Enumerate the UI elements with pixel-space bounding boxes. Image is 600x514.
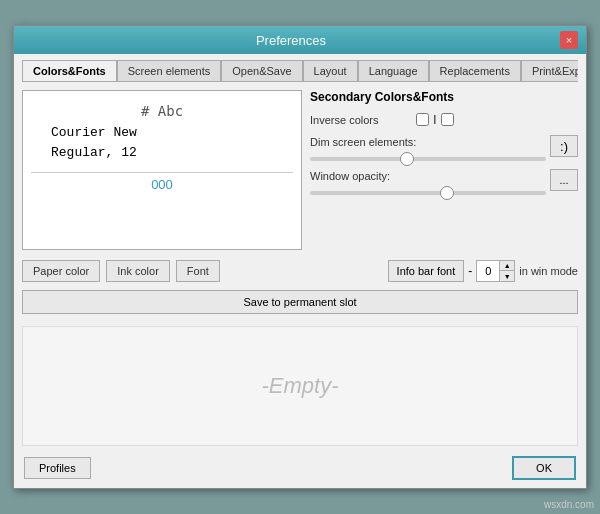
opacity-group: Window opacity:: [310, 169, 546, 195]
tab-language[interactable]: Language: [358, 60, 429, 81]
dim-screen-group: Dim screen elements:: [310, 135, 546, 161]
tab-layout[interactable]: Layout: [303, 60, 358, 81]
preview-divider: [31, 172, 293, 173]
close-button[interactable]: ×: [560, 31, 578, 49]
dash-separator: -: [468, 264, 472, 278]
tab-colors-fonts[interactable]: Colors&Fonts: [22, 60, 117, 82]
title-bar: Preferences ×: [14, 26, 586, 54]
right-panel: Secondary Colors&Fonts Inverse colors I …: [310, 90, 578, 250]
font-button[interactable]: Font: [176, 260, 220, 282]
spinbox: ▲ ▼: [476, 260, 515, 282]
spinbox-input[interactable]: [477, 265, 499, 277]
inverse-colors-label: Inverse colors: [310, 114, 410, 126]
tab-open-save[interactable]: Open&Save: [221, 60, 302, 81]
spinbox-up[interactable]: ▲: [500, 261, 514, 271]
opacity-slider-track: [310, 191, 546, 195]
tab-print-export[interactable]: Print&Export: [521, 60, 578, 81]
spinbox-arrows: ▲ ▼: [499, 261, 514, 281]
dim-slider-track: [310, 157, 546, 161]
smiley-button[interactable]: :): [550, 135, 578, 157]
ink-color-button[interactable]: Ink color: [106, 260, 170, 282]
empty-area: -Empty-: [22, 326, 578, 446]
profiles-button[interactable]: Profiles: [24, 457, 91, 479]
inverse-colors-checkbox1[interactable]: [416, 113, 429, 126]
ok-button[interactable]: OK: [512, 456, 576, 480]
inverse-colors-checkbox2[interactable]: [441, 113, 454, 126]
buttons-row: Paper color Ink color Font Info bar font…: [22, 260, 578, 282]
window-opacity-label: Window opacity:: [310, 170, 390, 182]
info-bar-group: Info bar font - ▲ ▼ in win mode: [388, 260, 578, 282]
paper-color-button[interactable]: Paper color: [22, 260, 100, 282]
preview-font-name: Courier New Regular, 12: [51, 123, 137, 162]
tab-bar: Colors&Fonts Screen elements Open&Save L…: [22, 60, 578, 82]
save-to-slot-button[interactable]: Save to permanent slot: [22, 290, 578, 314]
info-bar-font-button[interactable]: Info bar font: [388, 260, 465, 282]
preview-hash-abc: # Abc: [141, 103, 183, 119]
window-opacity-row: Window opacity: ...: [310, 169, 578, 195]
pipe-separator: I: [433, 112, 437, 127]
dim-slider-thumb[interactable]: [400, 152, 414, 166]
tab-replacements[interactable]: Replacements: [429, 60, 521, 81]
preview-font-line1: Courier New: [51, 125, 137, 140]
bottom-bar: Profiles OK: [22, 456, 578, 480]
preview-number: 000: [151, 177, 173, 192]
secondary-title: Secondary Colors&Fonts: [310, 90, 578, 104]
opacity-slider-thumb[interactable]: [440, 186, 454, 200]
spinbox-down[interactable]: ▼: [500, 271, 514, 281]
window-title: Preferences: [22, 33, 560, 48]
preview-font-line2: Regular, 12: [51, 145, 137, 160]
preferences-window: Preferences × Colors&Fonts Screen elemen…: [13, 25, 587, 489]
empty-text: -Empty-: [262, 373, 339, 399]
tab-screen-elements[interactable]: Screen elements: [117, 60, 222, 81]
dim-screen-row: Dim screen elements: :): [310, 135, 578, 161]
save-row: Save to permanent slot: [22, 290, 578, 314]
dim-screen-label: Dim screen elements:: [310, 136, 416, 148]
content-area: Colors&Fonts Screen elements Open&Save L…: [14, 54, 586, 488]
watermark: wsxdn.com: [544, 499, 594, 510]
inverse-colors-row: Inverse colors I: [310, 112, 578, 127]
inverse-colors-group: I: [416, 112, 454, 127]
preview-box: # Abc Courier New Regular, 12 000: [22, 90, 302, 250]
main-area: # Abc Courier New Regular, 12 000 Second…: [22, 90, 578, 250]
in-win-mode-label: in win mode: [519, 265, 578, 277]
dots-button[interactable]: ...: [550, 169, 578, 191]
